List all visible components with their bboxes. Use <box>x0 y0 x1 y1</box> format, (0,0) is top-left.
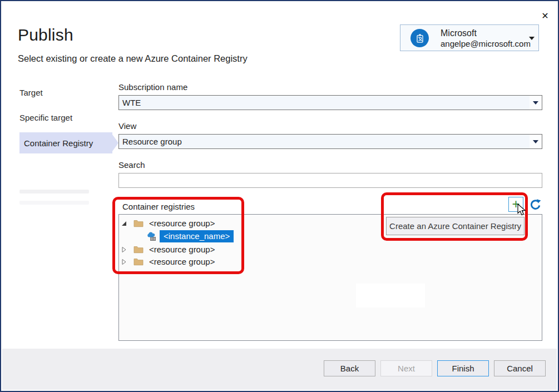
container-registry-icon <box>147 231 157 242</box>
folder-icon <box>133 219 144 227</box>
folder-icon <box>133 257 144 266</box>
finish-button[interactable]: Finish <box>437 360 489 376</box>
chevron-down-icon <box>533 101 538 105</box>
folder-icon <box>133 245 144 254</box>
tree-item-label[interactable]: <resource group> <box>149 257 215 266</box>
next-button[interactable]: Next <box>380 360 432 376</box>
mouse-cursor-icon <box>517 204 527 217</box>
view-value: Resource group <box>119 135 530 148</box>
subscription-value: WTE <box>119 96 530 110</box>
account-name: Microsoft <box>441 28 477 38</box>
search-label: Search <box>118 160 145 170</box>
tree-item-label[interactable]: <resource group> <box>149 245 215 254</box>
sidebar-item-target[interactable]: Target <box>19 88 43 97</box>
tree-row-instance[interactable]: <instance_name> <box>119 230 234 242</box>
account-email: angelpe@microsoft.com <box>441 39 531 48</box>
tree-row-resource-group-1[interactable]: <resource group> <box>119 219 215 228</box>
chevron-down-icon[interactable] <box>529 37 535 40</box>
subscription-label: Subscription name <box>118 82 187 92</box>
search-input[interactable] <box>118 173 542 188</box>
id-badge-icon <box>414 33 426 44</box>
dialog-footer: Back Next Finish Cancel <box>2 349 557 390</box>
blank-overlay <box>356 284 425 307</box>
publish-dialog: Publish Select existing or create a new … <box>0 0 559 392</box>
page-subtitle: Select existing or create a new Azure Co… <box>18 53 248 64</box>
view-label: View <box>118 121 136 131</box>
page-title: Publish <box>18 26 73 44</box>
tree-collapsed-icon[interactable] <box>121 247 127 252</box>
sidebar-item-container-registry[interactable]: Container Registry <box>19 132 112 153</box>
refresh-icon <box>529 198 542 211</box>
tree-item-label[interactable]: <resource group> <box>149 219 215 228</box>
chevron-down-icon <box>533 140 538 143</box>
tree-item-label-selected[interactable]: <instance_name> <box>160 230 234 242</box>
sidebar-placeholder-bar <box>19 201 89 205</box>
registries-heading: Container registries <box>122 202 195 211</box>
selection-pointer-icon <box>112 135 118 151</box>
account-selector[interactable]: Microsoft angelpe@microsoft.com <box>400 24 539 51</box>
refresh-button[interactable] <box>528 197 543 212</box>
back-button[interactable]: Back <box>324 360 375 376</box>
dropdown-arrow-zone[interactable] <box>530 96 542 110</box>
create-registry-tooltip: Create an Azure Container Registry <box>386 217 525 235</box>
sidebar-placeholder-bar <box>19 190 89 193</box>
view-dropdown[interactable]: Resource group <box>118 134 542 149</box>
tree-collapsed-icon[interactable] <box>121 259 127 265</box>
tree-row-resource-group-3[interactable]: <resource group> <box>119 257 215 266</box>
sidebar-item-specific-target[interactable]: Specific target <box>19 113 72 122</box>
subscription-dropdown[interactable]: WTE <box>118 95 542 110</box>
cancel-button[interactable]: Cancel <box>494 360 546 376</box>
avatar <box>410 29 429 47</box>
tree-expanded-icon[interactable] <box>121 221 127 226</box>
dropdown-arrow-zone[interactable] <box>530 135 542 148</box>
tree-row-resource-group-2[interactable]: <resource group> <box>119 245 215 254</box>
close-icon[interactable]: ✕ <box>538 9 552 22</box>
